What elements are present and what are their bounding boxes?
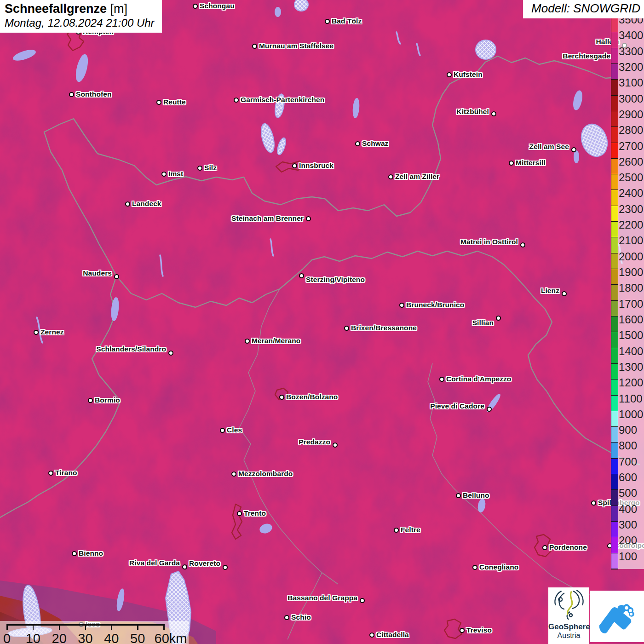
city-marker [284, 615, 289, 620]
city-marker [487, 407, 492, 412]
city-marker [299, 273, 304, 278]
map-title: Schneefallgrenze [m] [5, 2, 155, 16]
colorbar-segment [611, 159, 618, 174]
city-label: Reutte [163, 98, 186, 106]
city-label: Predazzo [299, 438, 330, 446]
colorbar-value: 2400 [619, 187, 643, 200]
city-marker [34, 330, 39, 335]
colorbar-value: 900 [619, 424, 637, 437]
city-marker [156, 100, 161, 105]
scalebar-number: 60km [155, 631, 187, 644]
colorbar-value: 400 [619, 503, 637, 516]
city-marker [360, 598, 365, 603]
city-label: Garmisch-Partenkirchen [241, 96, 324, 104]
colorbar-segment [611, 506, 618, 522]
colorbar-segment [611, 522, 618, 537]
colorbar [611, 17, 618, 569]
colorbar-segment [611, 174, 618, 190]
city-marker [496, 316, 501, 321]
colorbar-value: 2800 [619, 124, 643, 137]
colorbar-segment [611, 553, 618, 569]
city-label: Tirano [55, 469, 77, 477]
city-label: Bozen/Bolzano [286, 393, 338, 401]
city-label: Mezzolombardo [238, 470, 293, 478]
colorbar-value: 300 [619, 518, 637, 531]
model-label: Modell: SNOWGRID [523, 0, 644, 18]
city-marker [447, 72, 452, 77]
colorbar-segment [611, 301, 618, 316]
city-label: Cortina d'Ampezzo [446, 375, 511, 383]
city-label: Cittadella [376, 631, 409, 639]
city-marker [509, 161, 514, 166]
city-marker [252, 44, 257, 49]
city-marker [125, 201, 130, 207]
city-marker [344, 326, 349, 331]
city-marker [182, 564, 187, 569]
colorbar-value: 2700 [619, 140, 643, 153]
scalebar-number: 10 [26, 631, 40, 644]
colorbar-segment [611, 380, 618, 395]
colorbar-segment [611, 427, 618, 443]
city-label: Zell am See [529, 143, 569, 151]
city-marker [472, 565, 477, 570]
city-marker [542, 545, 547, 550]
city-marker [279, 395, 284, 400]
colorbar-value: 3300 [619, 45, 643, 58]
colorbar-segment [611, 332, 618, 348]
weather-map: SchongauBad TölzKemptenMurnau am Staffel… [0, 0, 644, 644]
scalebar-tick [85, 624, 86, 630]
scalebar-number: 50 [130, 631, 145, 644]
city-label: Schlanders/Silandro [96, 345, 166, 353]
colorbar-value: 2300 [619, 203, 643, 216]
geosphere-logo: GeoSphere Austria [548, 587, 589, 644]
colorbar-value: 500 [619, 487, 637, 500]
colorbar-segment [611, 127, 618, 143]
colorbar-segment [611, 316, 618, 332]
city-label: Sterzing/Vipiteno [306, 276, 365, 284]
city-marker [237, 511, 242, 516]
city-label: Schongau [200, 2, 235, 10]
colorbar-segment [611, 190, 618, 206]
scalebar-number: 30 [78, 631, 92, 644]
colorbar-segment [611, 237, 618, 253]
city-label: Mittersill [516, 159, 546, 167]
city-marker [223, 565, 228, 570]
city-marker [369, 632, 374, 638]
colorbar-segment [611, 206, 618, 222]
scalebar-tick [59, 624, 60, 630]
map-datetime: Montag, 12.08.2024 21:00 Uhr [5, 17, 155, 29]
scalebar-tick [111, 624, 112, 630]
city-marker [333, 443, 338, 448]
city-label: Schio [291, 613, 311, 621]
city-label: Bassano del Grappa [288, 594, 357, 602]
city-label: Innsbruck [299, 161, 334, 170]
colorbar-value: 200 [619, 534, 637, 547]
city-marker [234, 98, 239, 103]
colorbar-segment [611, 64, 618, 80]
city-marker [571, 147, 576, 152]
colorbar-segment [611, 80, 618, 95]
colorbar-value: 1800 [619, 282, 643, 294]
city-label: Belluno [463, 491, 489, 500]
colorbar-value: 1500 [619, 329, 643, 342]
city-marker [231, 472, 236, 477]
city-label: Zernez [40, 328, 64, 336]
city-label: Brixen/Bressanone [351, 324, 417, 332]
city-marker [460, 628, 465, 633]
city-marker [245, 339, 250, 344]
colorbar-value: 3400 [619, 29, 643, 42]
city-label: Murnau am Staffelsee [259, 42, 334, 50]
city-marker [161, 172, 167, 177]
city-label: Pordenone [549, 543, 587, 552]
city-label: Silz [204, 164, 217, 172]
colorbar-value: 2900 [619, 108, 643, 121]
partner-logo [590, 591, 644, 642]
city-marker [562, 291, 567, 296]
city-marker [168, 351, 173, 356]
city-marker [394, 528, 399, 533]
colorbar-segment [611, 364, 618, 380]
city-label: Matrei in Osttirol [460, 238, 518, 246]
city-marker [72, 551, 77, 556]
city-marker [591, 500, 596, 506]
colorbar-value: 2200 [619, 218, 643, 231]
